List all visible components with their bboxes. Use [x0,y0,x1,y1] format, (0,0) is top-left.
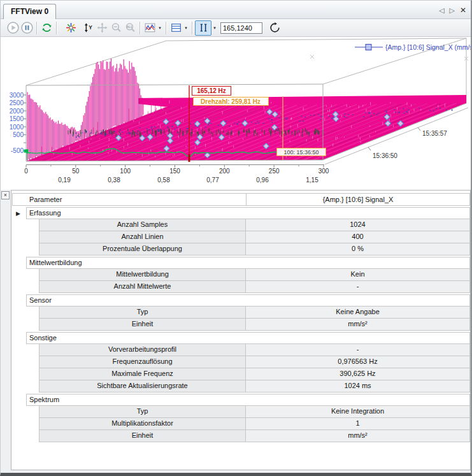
zoom-out-button[interactable] [109,20,123,36]
parameter-row[interactable]: TypKeine Angabe [39,307,470,319]
sync-button[interactable] [39,20,54,36]
parameter-value: 1 [246,418,469,429]
legend-label: {Amp.} [10:6] Signal_X (mm/s²) [385,43,472,51]
parameter-label: Einheit [39,430,246,442]
speed-label: Drehzahl: 259,81 Hz [201,98,261,105]
x-axis-order-labels: 0,19 0,38 0,58 0,77 0,96 1,15 [58,177,318,184]
time-tick-label: 15:36:50 [373,152,397,159]
parameter-row[interactable]: Einheitmm/s² [39,430,470,442]
parameter-label: Vorverarbeitungsprofil [39,344,246,356]
curve-style-button[interactable] [143,20,157,36]
y-tick-label: 1500 [10,115,24,122]
y-autoscale-button[interactable]: Y [81,20,95,36]
parameter-label: Anzahl Mittelwerte [39,281,246,292]
x-tick-label: 100 [120,168,131,175]
parameter-panel-body: Parameter {Amp.} [10:6] Signal_X ▶Erfass… [11,190,471,470]
parameter-value: 1024 ms [246,380,469,392]
parameter-value: 1024 [246,219,469,231]
parameter-label: Einheit [39,319,246,330]
order-tick-label: 1,15 [306,177,318,184]
cursor-tool-button[interactable] [195,20,211,36]
group-name: Spektrum [29,396,59,403]
zoom-out-icon [110,22,122,34]
parameter-row[interactable]: Anzahl Linien400 [39,231,470,243]
window-controls: ◁ ▷ ✕ [439,6,466,15]
legend: {Amp.} [10:6] Signal_X (mm/s²) [355,43,472,51]
compass-star-icon [65,22,77,34]
layout-button[interactable] [169,20,183,36]
curve-style-dropdown[interactable]: ▼ [157,20,163,36]
group-row[interactable]: Sensor [26,294,470,307]
zoom-all-label: ALL [126,25,132,29]
zoom-all-button[interactable]: ALL [123,20,137,36]
parameter-groups: ▶ErfassungAnzahl Samples1024Anzahl Linie… [12,207,470,442]
pan-button[interactable] [95,20,109,36]
parameter-row[interactable]: Anzahl Mittelwerte- [39,281,470,293]
parameter-label: Anzahl Linien [39,231,246,243]
titlebar: FFTView 0 ◁ ▷ ✕ [1,1,471,19]
parameter-row[interactable]: Sichtbare Aktualisierungsrate1024 ms [39,380,470,393]
x-tick-label: 0 [24,168,28,175]
toolbar-divider [192,22,192,34]
pan-arrows-icon [96,22,108,34]
parameter-row[interactable]: Multiplikationsfaktor1 [39,418,470,430]
waterfall-chart: 3000 2500 2000 1500 1000 500 -500 0 50 1… [1,37,472,190]
chevron-down-icon: ▼ [184,26,188,30]
parameter-label: Frequenzauflösung [39,356,246,368]
cursor-tool-icon [197,22,210,34]
x-tick-label: 300 [318,168,329,175]
tracking-button[interactable] [268,20,282,36]
x-tick-label: 250 [269,168,280,175]
cursor-position-input[interactable] [220,22,262,34]
y-letter-label: Y [89,24,92,31]
layout-grid-icon [170,22,182,34]
row-focus-arrow-icon: ▶ [16,208,20,219]
parameter-table: Parameter {Amp.} [10:6] Signal_X ▶Erfass… [12,193,470,442]
parameter-row[interactable]: Prozentuale Überlappung0 % [39,243,470,256]
group-row[interactable]: Spektrum [26,394,470,406]
toolbar-divider [139,22,140,34]
group-name: Erfassung [29,209,61,217]
chevron-down-icon: ▼ [158,26,162,30]
layout-dropdown[interactable]: ▼ [183,20,189,36]
spectrum-marker-label: 100: 15:36:50 [283,149,318,155]
parameter-label: Mittelwertbildung [39,269,246,280]
pause-button[interactable] [20,20,34,36]
parameter-value: 390,625 Hz [246,368,469,380]
chevron-down-icon: ▼ [213,26,217,30]
tracking-icon [269,22,281,34]
parameter-value: - [246,281,469,292]
parameter-row[interactable]: Anzahl Samples1024 [39,219,470,231]
y-tick-label: 3000 [10,92,24,99]
group-row[interactable]: Sonstige [26,332,470,344]
parameter-row[interactable]: MittelwertbildungKein [39,269,470,281]
panel-gutter: × [1,190,11,473]
header-parameter-value: {Amp.} [10:6] Signal_X [246,194,469,205]
group-row[interactable]: ▶Erfassung [26,207,470,219]
order-tick-label: 0,77 [206,177,219,184]
y-axis-labels: 3000 2500 2000 1500 1000 500 -500 [10,92,24,155]
nav-forward-icon[interactable]: ▷ [449,6,454,15]
parameter-row[interactable]: TypKeine Integration [39,406,470,418]
parameter-row[interactable]: Vorverarbeitungsprofil- [39,344,470,356]
tab-fftview[interactable]: FFTView 0 [3,4,56,20]
parameter-value: 0,976563 Hz [246,356,469,368]
waterfall-spectrum [26,55,468,161]
parameter-row[interactable]: Einheitmm/s² [39,319,470,331]
parameter-row[interactable]: Maximale Frequenz390,625 Hz [39,368,470,380]
compass-star-button[interactable] [64,20,78,36]
plot-area[interactable]: 3000 2500 2000 1500 1000 500 -500 0 50 1… [1,37,472,190]
order-tick-label: 0,19 [58,177,71,184]
parameter-value: 0 % [246,243,469,255]
parameter-label: Typ [39,406,246,417]
parameter-row[interactable]: Frequenzauflösung0,976563 Hz [39,356,470,368]
close-window-icon[interactable]: ✕ [460,6,466,15]
group-row[interactable]: Mittelwertbildung [26,257,470,269]
nav-back-icon[interactable]: ◁ [439,6,444,15]
cursor-tool-dropdown[interactable]: ▼ [211,20,218,36]
table-header-row[interactable]: Parameter {Amp.} [10:6] Signal_X [12,193,470,206]
curve-style-icon [144,22,156,34]
panel-close-button[interactable]: × [1,191,10,199]
toolbar: Y ALL [1,19,471,37]
play-button[interactable] [6,20,20,36]
